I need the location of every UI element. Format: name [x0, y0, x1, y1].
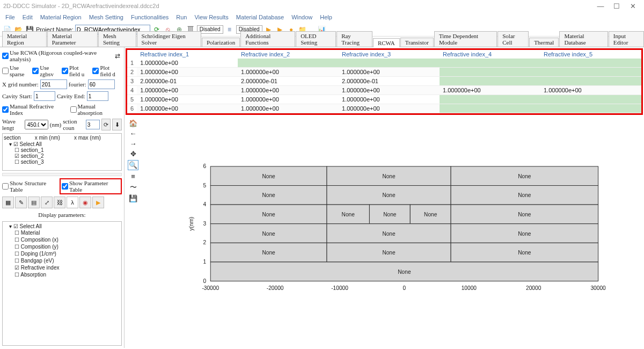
table-cell[interactable]: 1.000000e+00	[339, 104, 440, 113]
table-cell[interactable]: 1.000000e+00	[440, 86, 540, 95]
manual-abs-check[interactable]: Manual absorption	[70, 103, 122, 116]
tab-matdb[interactable]: Material Database	[559, 31, 608, 47]
table-cell[interactable]: 1.000000e+00	[339, 95, 440, 104]
col-3[interactable]: Refractive index_3	[339, 50, 440, 59]
cavity-start-input[interactable]	[34, 91, 55, 101]
table-cell[interactable]: 1.000000e+00	[137, 59, 238, 68]
btn-1[interactable]: ▦	[2, 197, 14, 208]
close-button[interactable]: ✕	[625, 2, 641, 10]
tab-thermal[interactable]: Thermal	[529, 38, 559, 47]
table-cell[interactable]	[440, 104, 540, 113]
wave-select[interactable]: 450.0	[25, 120, 48, 129]
table-cell[interactable]: 1.000000e+00	[540, 86, 641, 95]
menu-functionalities[interactable]: Functionalities	[128, 13, 172, 21]
play-icon-side[interactable]: ▶	[92, 197, 104, 208]
settings-icon[interactable]: 〜	[130, 183, 137, 192]
table-cell[interactable]: 1.000000e+00	[238, 104, 339, 113]
tab-oled[interactable]: OLED Setting	[296, 31, 336, 47]
config-icon[interactable]: ≡	[131, 172, 135, 180]
zoom-icon[interactable]: 🔍	[128, 160, 138, 170]
param-bandgap[interactable]: ☐ Bandgap (eV)	[14, 257, 120, 264]
table-cell[interactable]	[540, 68, 641, 77]
table-cell[interactable]	[540, 104, 641, 113]
menu-window[interactable]: Window	[288, 13, 316, 21]
list-icon[interactable]: ≡	[225, 25, 235, 34]
param-abs[interactable]: ☐ Absorption	[14, 271, 120, 278]
table-cell[interactable]	[440, 95, 540, 104]
table-cell[interactable]: 1.000000e+00	[339, 86, 440, 95]
use-sparse-check[interactable]: Use sparse	[2, 64, 31, 77]
menu-run[interactable]: Run	[173, 13, 190, 21]
save-plot-icon[interactable]: 💾	[129, 194, 137, 202]
menu-material-database[interactable]: Material Database	[233, 13, 287, 21]
back-icon[interactable]: ←	[130, 129, 137, 137]
reload-icon[interactable]: ⟳	[101, 119, 111, 130]
tab-time-dependent[interactable]: Time Dependent Module	[434, 31, 497, 47]
tab-material-parameter[interactable]: Material Parameter	[47, 31, 98, 47]
param-doping[interactable]: ☐ Doping (1/cm³)	[14, 250, 120, 257]
plot-u-check[interactable]: Plot field u	[62, 64, 91, 77]
param-comp-y[interactable]: ☐ Composition (y)	[14, 243, 120, 250]
menu-file[interactable]: File	[2, 13, 18, 21]
record-icon[interactable]: ◉	[79, 197, 91, 208]
show-structure-check[interactable]: Show Structure Table	[2, 180, 58, 193]
col-1[interactable]: Refractive index_1	[137, 50, 238, 59]
param-material[interactable]: ☐ Material	[14, 229, 120, 236]
section-1-item[interactable]: ☐ section_1	[14, 147, 120, 153]
table-cell[interactable]: 1.000000e+00	[137, 95, 238, 104]
menu-mesh-setting[interactable]: Mesh Setting	[86, 13, 127, 21]
menu-view-results[interactable]: View Results	[191, 13, 231, 21]
table-cell[interactable]: 1.000000e+00	[137, 86, 238, 95]
tab-rcwa[interactable]: RCWA	[373, 38, 400, 47]
scrollbar[interactable]	[2, 173, 122, 176]
tab-mesh-setting[interactable]: Mesh Setting	[98, 31, 136, 47]
download-icon[interactable]: ⬇	[112, 119, 122, 130]
table-cell[interactable]	[440, 68, 540, 77]
section-count-input[interactable]	[86, 120, 100, 129]
table-cell[interactable]: 2.000000e-01	[137, 77, 238, 86]
table-cell[interactable]	[440, 59, 540, 68]
home-icon[interactable]: 🏠	[129, 119, 137, 127]
section-tree[interactable]: section x min (nm) x max (nm) ▾ ☑ Select…	[2, 133, 122, 171]
table-cell[interactable]	[540, 77, 641, 86]
table-cell[interactable]: 1.000000e+00	[238, 68, 339, 77]
tab-schrodinger[interactable]: Schrödinger Eigen Solver	[137, 31, 201, 47]
param-refr[interactable]: ☑ Refractive index	[14, 264, 120, 271]
menu-material-region[interactable]: Material Region	[37, 13, 85, 21]
tab-additional[interactable]: Additional Functions	[240, 31, 295, 47]
col-5[interactable]: Refractive index_5	[540, 50, 641, 59]
col-4[interactable]: Refractive index_4	[440, 50, 540, 59]
manual-refr-check[interactable]: Manual Refractive Index	[2, 103, 69, 116]
table-cell[interactable]	[540, 59, 641, 68]
table-cell[interactable]: 1.000000e+00	[238, 86, 339, 95]
section-3-item[interactable]: ☐ section_3	[14, 159, 120, 165]
param-comp-x[interactable]: ☐ Composition (x)	[14, 236, 120, 243]
tab-transistor[interactable]: Transistor	[400, 38, 434, 47]
use-zgbsv-check[interactable]: Use zgbsv	[32, 64, 60, 77]
table-cell[interactable]	[540, 95, 641, 104]
tab-material-region[interactable]: Material Region	[2, 31, 47, 47]
table-cell[interactable]: 2.000000e-01	[238, 77, 339, 86]
tab-raytracing[interactable]: Ray Tracing	[336, 31, 372, 47]
show-parameter-check[interactable]: Show Parameter Table	[62, 180, 120, 193]
btn-5[interactable]: ⛓	[54, 197, 65, 208]
section-2-item[interactable]: ☑ section_2	[14, 153, 120, 159]
table-cell[interactable]: 1.000000e+00	[137, 68, 238, 77]
tab-solarcell[interactable]: Solar Cell	[497, 31, 529, 47]
swap-icon[interactable]: ⇄	[113, 51, 122, 61]
maximize-button[interactable]: ☐	[609, 2, 625, 10]
btn-4[interactable]: ⤢	[41, 197, 53, 208]
cavity-end-input[interactable]	[87, 91, 108, 101]
pan-icon[interactable]: ✥	[130, 150, 136, 158]
use-rcwa-check[interactable]: Use RCWA (Rigorous coupled-wave analysis…	[2, 49, 109, 62]
menu-help[interactable]: Help	[317, 13, 335, 21]
fourier-input[interactable]	[88, 79, 115, 89]
table-cell[interactable]	[339, 59, 440, 68]
minimize-button[interactable]: —	[592, 2, 609, 10]
lambda-icon[interactable]: λ	[67, 197, 78, 208]
table-cell[interactable]: 1.000000e+00	[137, 104, 238, 113]
btn-2[interactable]: ✎	[15, 197, 27, 208]
tab-polarization[interactable]: Polarization	[202, 38, 240, 47]
plot-d-check[interactable]: Plot field d	[92, 64, 122, 77]
xgrid-input[interactable]	[40, 79, 67, 89]
